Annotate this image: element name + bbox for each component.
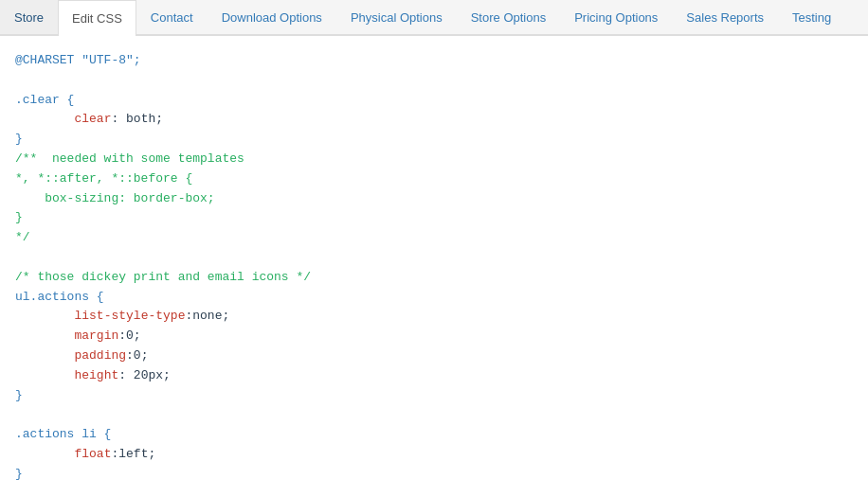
code-line xyxy=(15,71,853,91)
code-line: } xyxy=(15,130,853,150)
code-line: @CHARSET "UTF-8"; xyxy=(15,51,853,71)
tab-edit-css[interactable]: Edit CSS xyxy=(58,0,136,36)
code-line: padding:0; xyxy=(15,346,853,366)
tab-contact[interactable]: Contact xyxy=(136,0,208,34)
code-line: } xyxy=(15,208,853,228)
tab-pricing-options[interactable]: Pricing Options xyxy=(560,0,672,34)
code-line: */ xyxy=(15,228,853,248)
code-line: float:left; xyxy=(15,445,853,465)
code-line: /** needed with some templates xyxy=(15,150,853,169)
tab-testing[interactable]: Testing xyxy=(778,0,845,34)
code-line: height: 20px; xyxy=(15,366,853,386)
tab-physical-options[interactable]: Physical Options xyxy=(336,0,457,34)
code-line xyxy=(15,248,853,268)
code-line: } xyxy=(15,465,853,485)
content-area: @CHARSET "UTF-8"; .clear { clear: both; … xyxy=(0,36,868,497)
code-line: clear: both; xyxy=(15,110,853,130)
code-line: } xyxy=(15,386,853,406)
tab-bar: Store Edit CSS Contact Download Options … xyxy=(0,0,868,36)
code-line: *, *::after, *::before { xyxy=(15,169,853,189)
code-line xyxy=(15,405,853,425)
tab-download-options[interactable]: Download Options xyxy=(208,0,336,34)
code-line: .actions li { xyxy=(15,425,853,445)
code-line: /* those dickey print and email icons */ xyxy=(15,268,853,288)
tab-store-options[interactable]: Store Options xyxy=(457,0,561,34)
code-line: margin:0; xyxy=(15,327,853,346)
tab-sales-reports[interactable]: Sales Reports xyxy=(672,0,778,34)
code-line xyxy=(15,485,853,497)
code-line: list-style-type:none; xyxy=(15,307,853,327)
code-line: box-sizing: border-box; xyxy=(15,189,853,209)
tab-store[interactable]: Store xyxy=(0,0,58,34)
code-line: .clear { xyxy=(15,91,853,111)
code-line: ul.actions { xyxy=(15,288,853,308)
css-editor: @CHARSET "UTF-8"; .clear { clear: both; … xyxy=(15,51,853,497)
